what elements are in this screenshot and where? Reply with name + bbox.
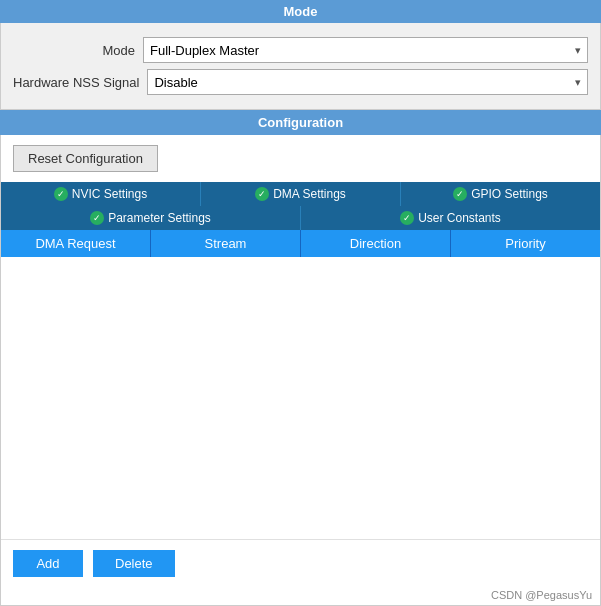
mode-chevron-icon: ▾ (575, 44, 581, 57)
tabs-row-1: ✓ NVIC Settings ✓ DMA Settings ✓ GPIO Se… (1, 182, 600, 206)
hardware-nss-label: Hardware NSS Signal (13, 75, 147, 90)
nvic-tab-label: NVIC Settings (72, 187, 147, 201)
tab-gpio-settings[interactable]: ✓ GPIO Settings (401, 182, 600, 206)
user-constants-check-icon: ✓ (400, 211, 414, 225)
hardware-nss-row: Hardware NSS Signal Disable ▾ (13, 69, 588, 95)
tab-dma-settings[interactable]: ✓ DMA Settings (201, 182, 401, 206)
gpio-check-icon: ✓ (453, 187, 467, 201)
add-button[interactable]: Add (13, 550, 83, 577)
gpio-tab-label: GPIO Settings (471, 187, 548, 201)
mode-select[interactable]: Full-Duplex Master ▾ (143, 37, 588, 63)
mode-label: Mode (13, 43, 143, 58)
table-header: DMA Request Stream Direction Priority (1, 230, 600, 257)
tab-parameter-settings[interactable]: ✓ Parameter Settings (1, 206, 301, 230)
watermark: CSDN @PegasusYu (1, 587, 600, 605)
mode-row: Mode Full-Duplex Master ▾ (13, 37, 588, 63)
col-stream: Stream (151, 230, 301, 257)
col-priority: Priority (451, 230, 600, 257)
parameter-check-icon: ✓ (90, 211, 104, 225)
hardware-nss-select-value: Disable (154, 75, 197, 90)
reset-row: Reset Configuration (1, 135, 600, 182)
delete-button[interactable]: Delete (93, 550, 175, 577)
bottom-row: Add Delete (1, 539, 600, 587)
user-constants-tab-label: User Constants (418, 211, 501, 225)
mode-header: Mode (0, 0, 601, 23)
nvic-check-icon: ✓ (54, 187, 68, 201)
tab-user-constants[interactable]: ✓ User Constants (301, 206, 600, 230)
reset-configuration-button[interactable]: Reset Configuration (13, 145, 158, 172)
dma-tab-label: DMA Settings (273, 187, 346, 201)
hardware-nss-select[interactable]: Disable ▾ (147, 69, 588, 95)
col-dma-request: DMA Request (1, 230, 151, 257)
col-direction: Direction (301, 230, 451, 257)
parameter-tab-label: Parameter Settings (108, 211, 211, 225)
tabs-row-2: ✓ Parameter Settings ✓ User Constants (1, 206, 600, 230)
table-body (1, 257, 600, 539)
mode-section: Mode Full-Duplex Master ▾ Hardware NSS S… (0, 23, 601, 110)
dma-check-icon: ✓ (255, 187, 269, 201)
config-body: Reset Configuration ✓ NVIC Settings ✓ DM… (0, 135, 601, 606)
mode-select-value: Full-Duplex Master (150, 43, 259, 58)
config-header: Configuration (0, 110, 601, 135)
main-container: Mode Mode Full-Duplex Master ▾ Hardware … (0, 0, 601, 606)
hardware-nss-chevron-icon: ▾ (575, 76, 581, 89)
tab-nvic-settings[interactable]: ✓ NVIC Settings (1, 182, 201, 206)
